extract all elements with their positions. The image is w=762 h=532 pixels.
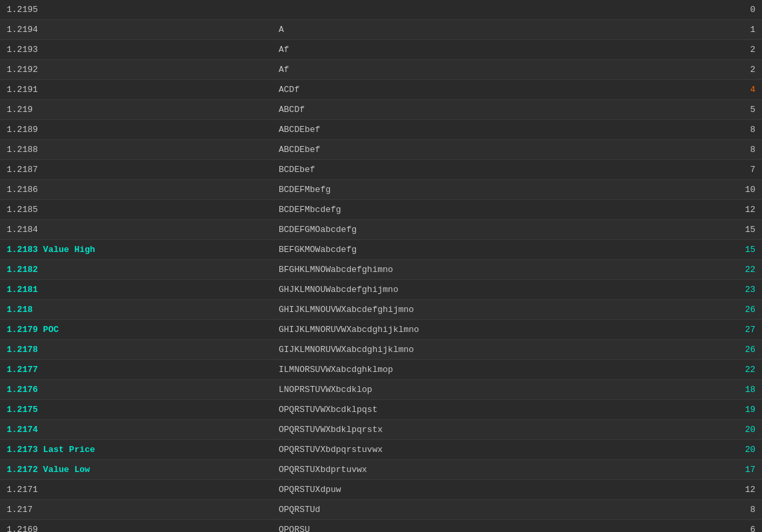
count-cell: 4	[722, 85, 762, 95]
price-cell: 1.2169	[0, 525, 273, 532]
letters-cell: GHJKLMNOUWabcdefghijmno	[273, 285, 722, 295]
table-row: 1.2172 Value LowOPQRSTUXbdprtuvwx17	[0, 460, 762, 480]
letters-cell: BCDEFMbefg	[273, 185, 722, 195]
table-row: 1.2171OPQRSTUXdpuw12	[0, 480, 762, 500]
table-row: 1.2174OPQRSTUVWXbdklpqrstx20	[0, 420, 762, 440]
price-cell: 1.2174	[0, 425, 273, 435]
count-cell: 2	[722, 45, 762, 55]
price-cell: 1.2192	[0, 65, 273, 75]
letters-cell: GHIJKLMNOUVWXabcdefghijmno	[273, 305, 722, 315]
count-cell: 26	[722, 345, 762, 355]
table-row: 1.2186BCDEFMbefg10	[0, 180, 762, 200]
table-row: 1.21950	[0, 0, 762, 20]
count-cell: 1	[722, 25, 762, 35]
price-cell: 1.2177	[0, 365, 273, 375]
letters-cell: ABCDf	[273, 105, 722, 115]
letters-cell: BEFGKMOWabcdefg	[273, 245, 722, 255]
price-cell: 1.2188	[0, 145, 273, 155]
price-cell: 1.2171	[0, 485, 273, 495]
price-cell: 1.217	[0, 505, 273, 515]
price-cell: 1.2183 Value High	[0, 245, 273, 255]
letters-cell: LNOPRSTUVWXbcdklop	[273, 385, 722, 395]
price-cell: 1.2185	[0, 205, 273, 215]
price-cell: 1.2182	[0, 265, 273, 275]
table-row: 1.2176LNOPRSTUVWXbcdklop18	[0, 380, 762, 400]
letters-cell: OPQRSTUVXbdpqrstuvwx	[273, 445, 722, 455]
letters-cell: OPQRSTUd	[273, 505, 722, 515]
count-cell: 22	[722, 265, 762, 275]
table-row: 1.2191ACDf4	[0, 80, 762, 100]
letters-cell: BCDEFMbcdefg	[273, 205, 722, 215]
price-cell: 1.2176	[0, 385, 273, 395]
count-cell: 18	[722, 385, 762, 395]
price-cell: 1.2184	[0, 225, 273, 235]
table-row: 1.2188ABCDEbef8	[0, 140, 762, 160]
count-cell: 12	[722, 485, 762, 495]
count-cell: 20	[722, 425, 762, 435]
table-row: 1.218GHIJKLMNOUVWXabcdefghijmno26	[0, 300, 762, 320]
count-cell: 19	[722, 405, 762, 415]
table-row: 1.2185BCDEFMbcdefg12	[0, 200, 762, 220]
price-cell: 1.2191	[0, 85, 273, 95]
letters-cell: ABCDEbef	[273, 125, 722, 135]
count-cell: 23	[722, 285, 762, 295]
table-row: 1.2177ILMNORSUVWXabcdghklmop22	[0, 360, 762, 380]
table-row: 1.2178GIJKLMNORUVWXabcdghijklmno26	[0, 340, 762, 360]
price-cell: 1.2175	[0, 405, 273, 415]
count-cell: 15	[722, 245, 762, 255]
price-table: 1.219501.2194A11.2193Af21.2192Af21.2191A…	[0, 0, 762, 532]
price-cell: 1.2173 Last Price	[0, 445, 273, 455]
count-cell: 5	[722, 105, 762, 115]
letters-cell: GHIJKLMNORUVWXabcdghijklmno	[273, 325, 722, 335]
letters-cell: OPQRSTUXdpuw	[273, 485, 722, 495]
letters-cell: ILMNORSUVWXabcdghklmop	[273, 365, 722, 375]
table-row: 1.2173 Last PriceOPQRSTUVXbdpqrstuvwx20	[0, 440, 762, 460]
table-row: 1.2192Af2	[0, 60, 762, 80]
price-cell: 1.2195	[0, 5, 273, 15]
count-cell: 8	[722, 125, 762, 135]
letters-cell: OPQRSTUVWXbcdklpqst	[273, 405, 722, 415]
letters-cell: BFGHKLMNOWabcdefghimno	[273, 265, 722, 275]
price-cell: 1.2172 Value Low	[0, 465, 273, 475]
letters-cell: Af	[273, 45, 722, 55]
letters-cell: OPQRSTUXbdprtuvwx	[273, 465, 722, 475]
count-cell: 26	[722, 305, 762, 315]
table-row: 1.2181GHJKLMNOUWabcdefghijmno23	[0, 280, 762, 300]
count-cell: 12	[722, 205, 762, 215]
table-row: 1.2193Af2	[0, 40, 762, 60]
letters-cell: ABCDEbef	[273, 145, 722, 155]
letters-cell: A	[273, 25, 722, 35]
letters-cell: ACDf	[273, 85, 722, 95]
table-row: 1.2184BCDEFGMOabcdefg15	[0, 220, 762, 240]
table-row: 1.219ABCDf5	[0, 100, 762, 120]
count-cell: 2	[722, 65, 762, 75]
count-cell: 20	[722, 445, 762, 455]
count-cell: 10	[722, 185, 762, 195]
count-cell: 17	[722, 465, 762, 475]
table-row: 1.2169OPQRSU6	[0, 520, 762, 532]
table-row: 1.2183 Value HighBEFGKMOWabcdefg15	[0, 240, 762, 260]
price-cell: 1.2181	[0, 285, 273, 295]
price-cell: 1.219	[0, 105, 273, 115]
count-cell: 15	[722, 225, 762, 235]
count-cell: 8	[722, 505, 762, 515]
table-row: 1.2182BFGHKLMNOWabcdefghimno22	[0, 260, 762, 280]
letters-cell: BCDEbef	[273, 165, 722, 175]
count-cell: 7	[722, 165, 762, 175]
table-row: 1.2194A1	[0, 20, 762, 40]
table-row: 1.217OPQRSTUd8	[0, 500, 762, 520]
price-cell: 1.2186	[0, 185, 273, 195]
count-cell: 27	[722, 325, 762, 335]
letters-cell: Af	[273, 65, 722, 75]
price-cell: 1.218	[0, 305, 273, 315]
price-cell: 1.2193	[0, 45, 273, 55]
price-cell: 1.2178	[0, 345, 273, 355]
price-cell: 1.2179 POC	[0, 325, 273, 335]
price-cell: 1.2189	[0, 125, 273, 135]
table-row: 1.2187BCDEbef7	[0, 160, 762, 180]
count-cell: 8	[722, 145, 762, 155]
count-cell: 6	[722, 525, 762, 532]
letters-cell: BCDEFGMOabcdefg	[273, 225, 722, 235]
letters-cell: OPQRSTUVWXbdklpqrstx	[273, 425, 722, 435]
count-cell: 22	[722, 365, 762, 375]
